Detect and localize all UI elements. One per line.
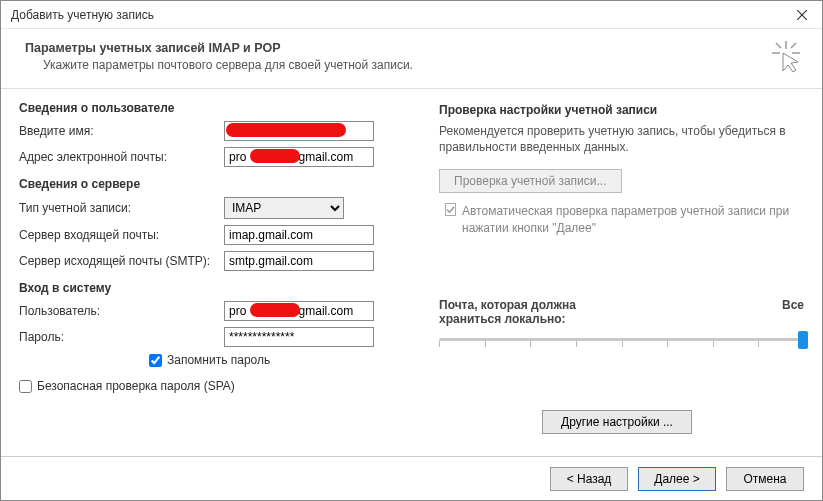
account-type-select[interactable]: IMAP (224, 197, 344, 219)
outgoing-server-input[interactable] (224, 251, 374, 271)
header-subtitle: Укажите параметры почтового сервера для … (25, 58, 806, 72)
section-user-info: Сведения о пользователе (19, 101, 399, 115)
username-label: Пользователь: (19, 304, 224, 318)
wizard-footer: < Назад Далее > Отмена (1, 456, 822, 500)
remember-password-checkbox[interactable] (149, 354, 162, 367)
close-button[interactable] (782, 1, 822, 29)
svg-line-6 (791, 43, 796, 48)
outgoing-server-label: Сервер исходящей почты (SMTP): (19, 254, 224, 268)
wizard-header: Параметры учетных записей IMAP и POP Ука… (1, 29, 822, 84)
cancel-button[interactable]: Отмена (726, 467, 804, 491)
account-type-label: Тип учетной записи: (19, 201, 224, 215)
auto-test-checkbox-row: Автоматическая проверка параметров учетн… (439, 203, 804, 235)
remember-password-label: Запомнить пароль (167, 353, 270, 367)
email-label: Адрес электронной почты: (19, 150, 224, 164)
svg-line-5 (776, 43, 781, 48)
test-account-note: Рекомендуется проверить учетную запись, … (439, 123, 804, 155)
slider-label-left: Почта, которая должна храниться локально… (439, 298, 639, 326)
slider-thumb[interactable] (798, 331, 808, 349)
section-server-info: Сведения о сервере (19, 177, 399, 191)
back-button[interactable]: < Назад (550, 467, 628, 491)
left-column: Сведения о пользователе Введите имя: Адр… (19, 99, 399, 396)
slider-label-right: Все (782, 298, 804, 326)
name-input[interactable] (224, 121, 374, 141)
section-test-account: Проверка настройки учетной записи (439, 103, 804, 117)
other-settings-button[interactable]: Другие настройки ... (542, 410, 692, 434)
cursor-spark-icon (768, 39, 804, 75)
mail-offline-slider-block: Почта, которая должна храниться локально… (439, 298, 804, 358)
next-button[interactable]: Далее > (638, 467, 716, 491)
password-label: Пароль: (19, 330, 224, 344)
right-column: Проверка настройки учетной записи Рекоме… (439, 99, 804, 396)
incoming-server-label: Сервер входящей почты: (19, 228, 224, 242)
window-title: Добавить учетную запись (11, 8, 154, 22)
spa-label: Безопасная проверка пароля (SPA) (37, 379, 235, 393)
name-label: Введите имя: (19, 124, 224, 138)
auto-test-checkbox[interactable] (445, 203, 456, 216)
check-icon (446, 205, 455, 214)
password-input[interactable] (224, 327, 374, 347)
spa-checkbox[interactable] (19, 380, 32, 393)
email-input[interactable] (224, 147, 374, 167)
mail-offline-slider[interactable] (439, 330, 804, 358)
test-account-button[interactable]: Проверка учетной записи... (439, 169, 622, 193)
titlebar: Добавить учетную запись (1, 1, 822, 29)
incoming-server-input[interactable] (224, 225, 374, 245)
section-login: Вход в систему (19, 281, 399, 295)
header-title: Параметры учетных записей IMAP и POP (25, 41, 806, 55)
close-icon (797, 10, 807, 20)
auto-test-label: Автоматическая проверка параметров учетн… (462, 203, 804, 235)
username-input[interactable] (224, 301, 374, 321)
